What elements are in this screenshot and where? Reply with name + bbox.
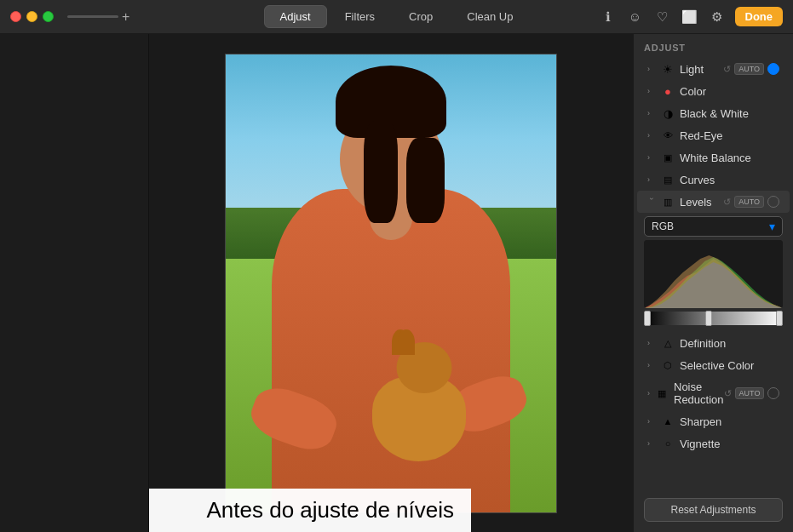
zoom-plus-button[interactable]: +	[122, 10, 129, 24]
chevron-down-icon: ›	[647, 197, 656, 206]
tab-adjust[interactable]: Adjust	[264, 5, 327, 28]
curves-label: Curves	[680, 174, 779, 186]
sharpen-icon: ▲	[661, 415, 675, 428]
traffic-lights	[10, 11, 54, 22]
levels-gradient-slider[interactable]	[644, 312, 783, 325]
color-icon: ●	[661, 84, 675, 98]
adjust-item-color[interactable]: › ● Color	[637, 80, 790, 102]
dropdown-arrow-icon: ▾	[769, 220, 775, 233]
adjust-item-levels[interactable]: › ▥ Levels ↺ AUTO	[637, 191, 790, 213]
dog-ear-right	[398, 329, 415, 355]
nav-tabs: Adjust Filters Crop Clean Up	[264, 5, 530, 28]
info-icon[interactable]: ℹ	[599, 8, 618, 26]
color-label: Color	[680, 85, 779, 98]
zoom-slider-area: +	[67, 10, 129, 24]
caption-overlay: Antes do ajuste de níveis	[149, 489, 471, 532]
adjust-item-selectivecolor[interactable]: › ⬡ Selective Color	[637, 354, 790, 376]
titlebar: + Adjust Filters Crop Clean Up ℹ ☺ ♡ ⬜ ⚙…	[0, 0, 793, 34]
light-auto-badge[interactable]: AUTO	[734, 63, 764, 75]
adjust-item-whitebalance[interactable]: › ▣ White Balance	[637, 146, 790, 169]
reset-button-container: Reset Adjustments	[634, 491, 793, 532]
left-sidebar	[0, 34, 149, 532]
photo-area: Antes do ajuste de níveis	[149, 34, 633, 532]
whitebalance-icon: ▣	[661, 151, 675, 164]
chevron-right-icon: ›	[647, 65, 656, 73]
titlebar-right: ℹ ☺ ♡ ⬜ ⚙ Done	[599, 7, 784, 26]
caption-text: Antes do ajuste de níveis	[206, 497, 454, 523]
definition-label: Definition	[680, 337, 779, 350]
chevron-right-icon: ›	[647, 361, 656, 369]
vignette-icon: ○	[661, 437, 675, 450]
adjust-item-redeye[interactable]: › 👁 Red-Eye	[637, 124, 790, 146]
levels-label: Levels	[680, 196, 723, 209]
reset-adjustments-button[interactable]: Reset Adjustments	[644, 498, 783, 522]
light-reset-icon[interactable]: ↺	[723, 64, 731, 75]
sharpen-label: Sharpen	[680, 415, 779, 428]
chevron-right-icon: ›	[647, 417, 656, 426]
definition-icon: △	[661, 336, 675, 350]
spacer	[634, 455, 793, 491]
minimize-button[interactable]	[26, 11, 37, 22]
tab-filters[interactable]: Filters	[329, 5, 391, 28]
bw-icon: ◑	[661, 106, 675, 120]
vignette-label: Vignette	[680, 438, 779, 450]
redeye-icon: 👁	[661, 129, 675, 142]
levels-channel-label: RGB	[652, 220, 769, 232]
light-toggle[interactable]	[767, 63, 779, 75]
levels-midpoint-handle[interactable]	[705, 311, 712, 326]
main-layout: Antes do ajuste de níveis ADJUST › ☀ Lig…	[0, 34, 793, 532]
zoom-slider[interactable]	[67, 15, 118, 18]
noisereduction-label: Noise Reduction	[674, 380, 724, 406]
levels-toggle[interactable]	[767, 196, 779, 208]
bw-label: Black & White	[680, 107, 779, 120]
chevron-right-icon: ›	[647, 87, 656, 95]
bookmark-icon[interactable]: ♡	[653, 8, 672, 26]
adjust-item-definition[interactable]: › △ Definition	[637, 332, 790, 354]
levels-expanded-section: RGB ▾	[634, 213, 793, 332]
emoji-icon[interactable]: ☺	[626, 8, 645, 26]
hair-right	[406, 138, 445, 223]
light-icon: ☀	[661, 62, 675, 76]
selectivecolor-icon: ⬡	[661, 358, 675, 372]
selectivecolor-label: Selective Color	[680, 359, 779, 372]
light-label: Light	[680, 63, 723, 76]
adjust-item-sharpen[interactable]: › ▲ Sharpen	[637, 410, 790, 432]
levels-reset-icon[interactable]: ↺	[723, 197, 731, 208]
chevron-right-icon: ›	[647, 439, 656, 448]
light-controls: ↺ AUTO	[723, 63, 779, 75]
adjust-item-curves[interactable]: › ▤ Curves	[637, 169, 790, 191]
histogram-container	[644, 240, 783, 308]
noisereduction-controls: ↺ AUTO	[724, 387, 780, 399]
share-icon[interactable]: ⬜	[681, 8, 699, 26]
whitebalance-label: White Balance	[680, 152, 779, 164]
levels-channel-dropdown[interactable]: RGB ▾	[644, 216, 783, 237]
levels-black-point-handle[interactable]	[644, 311, 651, 326]
levels-auto-badge[interactable]: AUTO	[734, 196, 764, 208]
maximize-button[interactable]	[43, 11, 54, 22]
chevron-right-icon: ›	[647, 339, 656, 347]
chevron-right-icon: ›	[647, 153, 656, 162]
adjust-item-bw[interactable]: › ◑ Black & White	[637, 102, 790, 124]
noisereduction-icon: ▦	[655, 386, 669, 400]
close-button[interactable]	[10, 11, 21, 22]
done-button[interactable]: Done	[735, 7, 784, 26]
photo-display	[225, 54, 557, 513]
tab-cleanup[interactable]: Clean Up	[451, 5, 529, 28]
adjust-item-vignette[interactable]: › ○ Vignette	[637, 432, 790, 455]
histogram-svg	[644, 240, 783, 308]
levels-controls: ↺ AUTO	[723, 196, 779, 208]
noisereduction-toggle[interactable]	[767, 387, 779, 399]
chevron-right-icon: ›	[647, 389, 650, 398]
redeye-label: Red-Eye	[680, 129, 779, 142]
settings-icon[interactable]: ⚙	[708, 8, 727, 26]
adjust-item-noisereduction[interactable]: › ▦ Noise Reduction ↺ AUTO	[637, 376, 790, 410]
hair-left	[364, 121, 398, 223]
adjust-item-light[interactable]: › ☀ Light ↺ AUTO	[637, 58, 790, 80]
tab-crop[interactable]: Crop	[393, 5, 449, 28]
chevron-right-icon: ›	[647, 109, 656, 117]
noisereduction-auto-badge[interactable]: AUTO	[735, 387, 765, 399]
levels-icon: ▥	[661, 195, 675, 209]
noisereduction-reset-icon[interactable]: ↺	[724, 388, 732, 399]
levels-white-point-handle[interactable]	[776, 311, 783, 326]
adjust-header: ADJUST	[634, 34, 793, 58]
